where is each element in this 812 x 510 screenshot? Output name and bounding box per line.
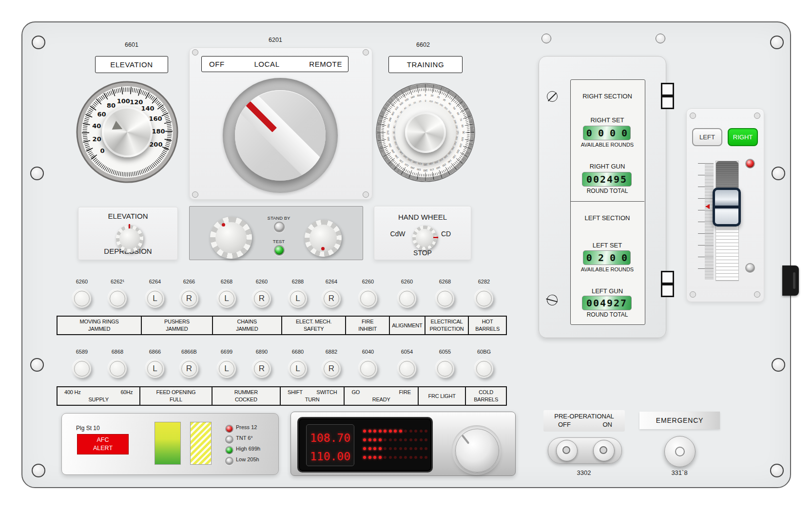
lamp-button-6866B[interactable]: R [180,359,198,378]
lamp-button-6866[interactable]: L [146,359,164,378]
button-code-label: 6680 [278,349,317,355]
matrix-dot [404,456,407,459]
knob-face [119,228,139,248]
button-code-label: 6699 [207,349,246,355]
mounting-hole [32,464,45,477]
right-adjust-knob[interactable] [305,220,342,257]
lamp-button-60BG[interactable] [475,359,493,378]
hand-wheel-knob[interactable] [412,226,437,250]
matrix-dot [409,447,412,450]
elevation-depression-knob[interactable] [116,225,143,252]
fault-label-bar: MOVING RINGSJAMMEDPUSHERSJAMMEDCHAINSJAM… [57,316,507,335]
display-knob[interactable] [455,429,499,472]
knob-red-dot [321,247,325,250]
matrix-dot [425,456,427,459]
gun-right-button[interactable]: RIGHT [728,128,758,146]
standby-test-panel: STAND BY TEST [189,206,363,260]
button-code-label: 6262¹ [98,279,137,284]
matrix-dot [363,447,366,450]
preop-on-label: ON [603,421,613,428]
test-led [274,245,285,256]
button-code-label: 6260 [387,279,426,284]
button-code-label: 60BG [464,349,503,355]
connector-slot [793,272,795,289]
hand-wheel-title: HAND WHEEL [374,213,471,221]
svg-text:180: 180 [424,169,428,172]
digit-window: 108.70 110.00 [306,424,354,466]
svg-text:20: 20 [93,135,101,143]
left-adjust-knob[interactable] [210,217,252,259]
lamp-button-6055[interactable] [436,359,454,378]
preop-title: PRE-OPERATIONAL [543,410,625,420]
lamp-button-6699[interactable]: L [217,359,236,378]
lamp-button-6882[interactable]: R [322,359,341,378]
training-dial: 0010102020303040405050606070708080909010… [375,82,476,183]
button-letter: L [153,294,157,303]
matrix-dot [379,438,382,441]
matrix-dot [409,456,412,459]
gun-left-button[interactable]: LEFT [692,128,722,146]
matrix-dot [425,438,427,441]
lamp-button-6268[interactable]: L [217,289,236,308]
afc-alert-line2: ALERT [93,444,113,453]
afc-alert-lamp: AFC ALERT [77,434,129,454]
lamp-button-6282[interactable] [475,289,493,308]
test-label: TEST [257,239,301,244]
mounting-hole [770,36,784,49]
mounting-hole [541,34,551,43]
preop-off-switch[interactable] [556,440,578,461]
lamp-button-6288[interactable]: L [289,289,307,308]
matrix-dot [373,447,376,450]
fault-label-cell: CHAINSJAMMED [213,317,282,334]
lamp-button-6260[interactable] [398,289,416,308]
status-led-label: Low 205h [236,456,259,462]
lamp-button-6264[interactable]: R [322,289,341,308]
lamp-button-6266[interactable]: R [180,289,198,308]
elevation-dial-knob[interactable] [102,107,153,157]
preop-on-switch[interactable] [593,440,615,461]
display-screen: 108.70 110.00 [297,417,433,472]
lamp-button-6890[interactable]: R [252,359,271,378]
lamp-button-6260[interactable] [73,289,91,308]
lamp-button-6262¹[interactable] [108,289,127,308]
svg-text:180: 180 [424,163,427,166]
matrix-dot [363,438,366,441]
round-total-label: ROUND TOTAL [570,311,644,318]
lamp-button-6040[interactable] [359,359,377,378]
edge-connector [782,265,799,296]
knob-red-dot [222,223,225,227]
matrix-dot [420,456,423,459]
slider-handle[interactable] [713,188,741,227]
lamp-button-6680[interactable]: L [289,359,307,378]
knob-pointer-icon [112,121,125,133]
svg-text:270: 270 [387,131,389,135]
lamp-button-6868[interactable] [108,359,127,378]
lamp-button-6589[interactable] [73,359,91,378]
fault-label-cell: ALIGNMENT [390,317,425,334]
lamp-button-6268[interactable] [436,289,454,308]
matrix-dot [389,456,392,459]
lamp-button-6054[interactable] [398,359,416,378]
matrix-dot [425,430,427,433]
mode-selector-knob[interactable] [235,90,326,181]
status-led-green [225,446,233,454]
left-gun-counter: 004927 [582,296,632,310]
svg-text:160: 160 [149,115,162,122]
training-dial-knob-cap[interactable] [405,112,446,153]
lamp-button-6264[interactable]: L [146,289,164,308]
fault-label-cell: RUMMERCOCKED [213,387,281,405]
button-code-label: 6260 [242,279,281,284]
panel-screw [192,191,198,198]
button-letter: L [224,294,229,303]
knob-red-pointer [433,237,438,238]
panel-screw [690,113,696,119]
lamp-button-6260[interactable] [359,289,377,308]
button-code-label: 6055 [425,349,464,355]
button-code-label: 6264 [135,279,174,284]
svg-text:270: 270 [456,131,459,134]
fault-label-cell: FIREINHIBIT [346,317,390,334]
emergency-button[interactable] [664,436,696,467]
matrix-dot [399,456,402,459]
lamp-button-6260[interactable]: R [252,289,271,308]
knob-face [215,222,247,253]
